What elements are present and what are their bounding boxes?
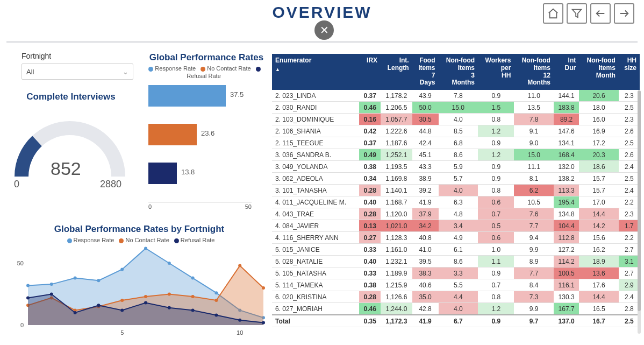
legend2-refusal: Refusal Rate bbox=[181, 237, 215, 243]
axis-max: 50 bbox=[245, 203, 252, 210]
svg-point-31 bbox=[191, 308, 195, 312]
table-row[interactable]: 6. 027_MORIAH0.461,244.042.84.01.29.9167… bbox=[272, 303, 640, 315]
svg-point-30 bbox=[168, 306, 171, 309]
svg-point-4 bbox=[74, 277, 77, 280]
complete-interviews-title: Complete Interviews bbox=[12, 91, 130, 102]
gprf-title: Global Performance Rates by Fortnight bbox=[24, 224, 255, 235]
bar-value-nocontact: 23.6 bbox=[201, 129, 214, 137]
table-row[interactable]: 5. 028_NATALIE0.401,232.139.58.61.18.911… bbox=[272, 256, 640, 267]
gpr-legend: Response Rate No Contact Rate Refusal Ra… bbox=[140, 65, 268, 80]
col-header[interactable]: Non-foodItemsMonth bbox=[579, 54, 619, 90]
svg-point-20 bbox=[191, 295, 195, 298]
table-row[interactable]: 3. 036_SANDRA B.0.491,252.145.18.61.215.… bbox=[272, 149, 640, 161]
page-title: OVERVIEW bbox=[0, 3, 644, 22]
table-row[interactable]: 2. 030_RANDI0.461,206.550.015.01.513.518… bbox=[272, 102, 640, 114]
svg-point-19 bbox=[168, 293, 171, 296]
svg-text:0: 0 bbox=[20, 322, 24, 328]
gauge-max: 2880 bbox=[100, 179, 121, 190]
svg-point-34 bbox=[262, 321, 265, 324]
svg-point-24 bbox=[26, 296, 30, 299]
chevron-down-icon: ⌄ bbox=[123, 68, 128, 76]
table-total-row: Total0.351,172.341.96.70.99.7137.016.72.… bbox=[272, 315, 640, 327]
col-header[interactable]: Non-foodItems3Months bbox=[439, 54, 478, 90]
svg-point-8 bbox=[168, 262, 171, 265]
svg-point-2 bbox=[26, 284, 30, 287]
gpr-bar-chart: 37.5 23.6 13.8 050 bbox=[146, 82, 268, 210]
close-badge[interactable]: ✕ bbox=[314, 20, 334, 40]
svg-text:50: 50 bbox=[17, 260, 24, 266]
table-row[interactable]: 4. 084_JAVIER0.131,021.034.23.40.57.7104… bbox=[272, 220, 640, 232]
svg-point-27 bbox=[97, 304, 100, 307]
table-row[interactable]: 4. 043_TRAE0.281,120.037.94.80.77.6134.8… bbox=[272, 208, 640, 220]
svg-point-28 bbox=[120, 308, 124, 312]
svg-point-23 bbox=[262, 286, 265, 290]
col-header[interactable]: Enumerator▲ bbox=[272, 54, 359, 90]
legend2-response: Response Rate bbox=[74, 237, 115, 243]
svg-point-9 bbox=[191, 277, 195, 280]
svg-point-3 bbox=[50, 283, 53, 286]
svg-point-18 bbox=[144, 295, 147, 298]
table-row[interactable]: 2. 023_LINDA0.371,178.243.97.80.911.0144… bbox=[272, 90, 640, 102]
svg-point-5 bbox=[97, 279, 100, 282]
svg-point-6 bbox=[120, 268, 124, 271]
table-row[interactable]: 4. 116_SHERRY ANN0.271,128.340.84.90.69.… bbox=[272, 232, 640, 244]
table-row[interactable]: 2. 106_SHANIA0.421,222.644.88.51.29.1147… bbox=[272, 125, 640, 137]
table-row[interactable]: 5. 114_TAMEKA0.381,215.940.65.50.78.4116… bbox=[272, 279, 640, 291]
col-header[interactable]: FoodItems7Days bbox=[412, 54, 439, 90]
fortnight-select[interactable]: All ⌄ bbox=[22, 64, 133, 80]
svg-point-29 bbox=[144, 301, 147, 305]
table-row[interactable]: 3. 062_ADEOLA0.341,169.838.95.70.98.1138… bbox=[272, 173, 640, 185]
table-row[interactable]: 3. 049_YOLANDA0.381,193.543.35.90.911.11… bbox=[272, 161, 640, 173]
svg-text:5: 5 bbox=[120, 329, 124, 336]
svg-point-21 bbox=[214, 299, 218, 302]
col-header[interactable]: IRX bbox=[359, 54, 381, 90]
bar-value-refusal: 13.8 bbox=[181, 168, 195, 176]
col-header[interactable]: HHsize bbox=[619, 54, 640, 90]
svg-point-10 bbox=[214, 291, 218, 294]
gprf-area-chart: 500510 bbox=[9, 247, 269, 338]
table-row[interactable]: 5. 015_JANICE0.331,161.041.06.11.09.9127… bbox=[272, 244, 640, 256]
svg-text:10: 10 bbox=[237, 329, 243, 336]
divider bbox=[6, 41, 638, 43]
bar-value-response: 37.5 bbox=[230, 90, 244, 98]
table-row[interactable]: 2. 103_DOMINIQUE0.161,057.730.54.00.87.8… bbox=[272, 114, 640, 125]
legend-response: Response Rate bbox=[155, 65, 196, 72]
svg-point-25 bbox=[50, 293, 53, 296]
gprf-legend: Response Rate No Contact Rate Refusal Ra… bbox=[24, 237, 255, 243]
scrollbar[interactable] bbox=[638, 90, 641, 334]
col-header[interactable]: IntDur bbox=[554, 54, 579, 90]
legend-nocontact: No Contact Rate bbox=[207, 65, 251, 72]
svg-point-22 bbox=[238, 264, 241, 267]
gauge-min: 0 bbox=[14, 179, 19, 190]
col-header[interactable]: Int.Length bbox=[381, 54, 412, 90]
svg-point-7 bbox=[144, 247, 147, 250]
svg-point-32 bbox=[214, 314, 218, 317]
col-header[interactable]: Non-foodItems12Months bbox=[514, 54, 554, 90]
legend-refusal: Refusal Rate bbox=[187, 73, 221, 79]
enumerator-table: Enumerator▲IRXInt.LengthFoodItems7DaysNo… bbox=[272, 54, 640, 327]
filter-label: Fortnight bbox=[22, 52, 51, 60]
gpr-title: Global Performance Rates bbox=[145, 52, 268, 63]
table-row[interactable]: 2. 115_TEEGUE0.371,187.642.46.80.99.0134… bbox=[272, 137, 640, 149]
table-row[interactable]: 3. 101_TANASHA0.281,140.139.24.00.86.211… bbox=[272, 185, 640, 196]
svg-point-33 bbox=[238, 319, 241, 322]
table-row[interactable]: 6. 020_KRISTINA0.281,126.635.04.40.87.31… bbox=[272, 291, 640, 303]
svg-point-17 bbox=[120, 299, 124, 302]
svg-point-26 bbox=[74, 311, 77, 314]
legend2-nocontact: No Contact Rate bbox=[125, 237, 169, 243]
table-row[interactable]: 4. 011_JACQUELINE M.0.401,168.741.96.30.… bbox=[272, 196, 640, 208]
filter-value: All bbox=[26, 68, 34, 76]
col-header[interactable]: WorkersperHH bbox=[478, 54, 514, 90]
gauge-value: 852 bbox=[51, 158, 81, 179]
table-row[interactable]: 5. 105_NATASHA0.331,189.938.33.30.97.710… bbox=[272, 267, 640, 279]
axis-min: 0 bbox=[148, 203, 152, 210]
